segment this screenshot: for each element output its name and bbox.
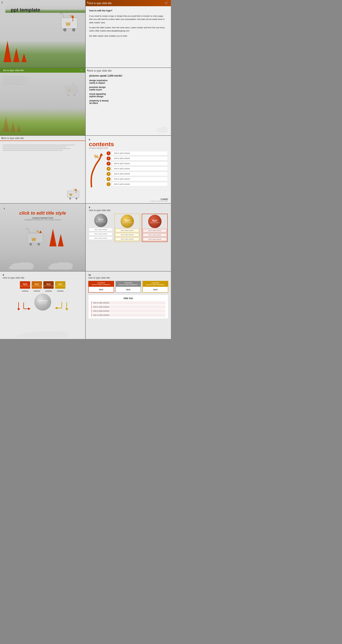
slide-2-num: 2: [87, 1, 88, 4]
arrow-red-l: [23, 302, 32, 310]
contents-item-2: 2 click to add contents: [106, 156, 168, 160]
slide10-cards: CONTENTSCLICK TO ADD CONTENTS ! text CON…: [88, 281, 168, 292]
btn-yellow-1[interactable]: click to add contents: [115, 229, 139, 232]
slide-2: 2 click to type slide title 🛒 how to edi…: [86, 0, 171, 68]
contents-text-2[interactable]: click to add contents: [112, 156, 168, 160]
slide-10-num: 10: [88, 274, 91, 276]
card-gray: CONTENTSCLICK TO ADD CONTENTS ! text: [116, 281, 141, 292]
contents-item-1: 1 click to add contents: [106, 151, 168, 155]
slide6-logo: 'LOGO': [150, 198, 168, 200]
arrow-gold-l: [54, 301, 63, 310]
list-item-2[interactable]: click to add contents: [91, 305, 166, 308]
card-gray-text[interactable]: text: [116, 287, 141, 292]
slide2-header-title[interactable]: click to type slide title: [88, 2, 112, 4]
slide4-pair1: design inspiration clarity & impact: [89, 79, 167, 84]
slide4-pair2: premium design subtle touch: [89, 86, 167, 91]
contents-text-4[interactable]: click to add contents: [112, 167, 168, 171]
slide5-title[interactable]: click to type slide title: [0, 136, 85, 141]
slide7-title[interactable]: click to edit title style: [4, 210, 82, 216]
slide-9-num: 9: [3, 274, 4, 276]
slide6-list: 1 click to add contents 2 click to add c…: [106, 151, 168, 187]
slide-7-num: 7: [4, 208, 5, 210]
svg-text:%: %: [74, 188, 76, 191]
slide7-clouds: [0, 262, 85, 270]
slide-3-num: 3: [2, 69, 3, 72]
slide3-arrows-faded: [3, 116, 21, 132]
contents-text-6[interactable]: click to add contents: [112, 177, 168, 181]
svg-point-27: [38, 243, 40, 246]
svg-marker-42: [55, 307, 58, 309]
slide3-lines: [3, 76, 29, 86]
slide5-cart: W %: [64, 184, 82, 200]
svg-point-26: [30, 243, 32, 246]
svg-point-17: [76, 198, 77, 200]
slide6-body: % 1 click to add contents 2 click to add…: [89, 151, 168, 190]
svg-text:W: W: [66, 21, 70, 27]
contents-item-7: 7 click to add contents: [106, 182, 168, 186]
btn-gray-3[interactable]: click to add contents: [89, 236, 113, 240]
card-red-header: CONTENTSCLICK TO ADD CONTENTS !: [89, 281, 114, 287]
list-item-3[interactable]: click to add contents: [91, 309, 166, 313]
btn-red-3[interactable]: click to add contents: [143, 238, 167, 241]
list-item-4[interactable]: click to add contents: [91, 314, 166, 317]
contents-num-1: 1: [106, 151, 110, 155]
svg-text:%: %: [94, 154, 98, 159]
btn-yellow-2[interactable]: click to add contents: [115, 233, 139, 236]
btn-red-1[interactable]: click to add contents: [143, 229, 167, 232]
slide-4-num: 4: [87, 69, 88, 72]
ball-gray: TEXT ADD CONTENTS: [94, 214, 108, 227]
slide-8: 8 click to type slide title TEXT ADD CON…: [86, 204, 171, 271]
slide-6-num: 6: [89, 138, 90, 141]
slide8-title[interactable]: click to type slide title: [89, 209, 168, 212]
slide8-cols: TEXT ADD CONTENTS click to add contents …: [89, 214, 168, 242]
contents-item-6: 6 click to add contents: [106, 177, 168, 181]
arrows-bottom: [4, 41, 27, 62]
svg-marker-39: [28, 308, 30, 310]
card-red-text[interactable]: text: [89, 287, 114, 292]
slide5-lines: [3, 144, 82, 152]
slide6-logo-area: 'LOGO' COMPANY LOGOTYPE INSERT: [150, 198, 168, 202]
sphere: CONTENTS CLICK TO ADD CONTENTS !: [34, 294, 51, 310]
slide9-labels: contents contents contents contents: [3, 290, 82, 292]
slide10-title[interactable]: click to type slide title: [88, 276, 168, 279]
tag-orange: TEXT ADD CONTENTS: [32, 281, 42, 289]
tag-red: TEXT ADD CONTENTS: [20, 281, 30, 289]
btn-yellow-3[interactable]: click to add contents: [115, 237, 139, 241]
slide8-col-gray: TEXT ADD CONTENTS click to add contents …: [89, 214, 113, 242]
slide6-title: contents: [89, 141, 168, 147]
slide7-arrows: [50, 229, 64, 246]
btn-red-2[interactable]: click to add contents: [143, 233, 167, 237]
list-item-1[interactable]: click to add contents: [91, 301, 166, 304]
btn-gray-2[interactable]: click to add contents: [89, 232, 113, 236]
slide-1-num: 1: [2, 1, 3, 4]
slide7-company: company logotype insert: [4, 217, 82, 219]
card-gold-text[interactable]: text: [143, 287, 168, 292]
slide2-content: how to edit the logo? if you need to cre…: [86, 6, 171, 42]
ball-red: TEXT ADD CONTENTS: [148, 215, 162, 228]
slide7-copyright: copyright(c)2008 pptkorea co.,ltd & desi…: [4, 219, 82, 221]
svg-text:%: %: [72, 83, 75, 86]
slide2-header-icon: 🛒: [165, 2, 168, 5]
slide8-col-red: TEXT ADD CONTENTS click to add contents …: [142, 214, 168, 242]
slide4-title[interactable]: click to type slide title: [86, 68, 171, 73]
btn-gray-1[interactable]: click to add contents: [89, 228, 113, 231]
contents-text-1[interactable]: click to add contents: [112, 151, 168, 155]
contents-num-7: 7: [106, 182, 110, 186]
contents-text-3[interactable]: click to add contents: [112, 162, 168, 166]
slide3-cart-icon: 🛒: [80, 69, 83, 72]
slide4-cloud: [155, 126, 169, 134]
slide3-title[interactable]: click to type slide title: [2, 69, 24, 72]
contents-num-2: 2: [106, 156, 110, 160]
svg-marker-30: [39, 230, 42, 233]
title-list-header: title list: [91, 297, 166, 300]
slide9-tags: TEXT ADD CONTENTS TEXT ADD CONTENTS TEXT…: [3, 281, 82, 289]
contents-num-4: 4: [106, 167, 110, 171]
slide9-title[interactable]: click to type slide title: [3, 276, 82, 279]
contents-text-7[interactable]: click to add contents: [112, 182, 168, 186]
slide4-pair3: visual appealing stylish design: [89, 93, 167, 98]
slide-9: 9 click to type slide title TEXT ADD CON…: [0, 272, 85, 339]
contents-text-5[interactable]: click to add contents: [112, 172, 168, 176]
slide4-content: pictures speak 1,000 words! design inspi…: [86, 73, 171, 108]
svg-point-1: [64, 28, 66, 31]
label-1: contents: [20, 290, 30, 292]
